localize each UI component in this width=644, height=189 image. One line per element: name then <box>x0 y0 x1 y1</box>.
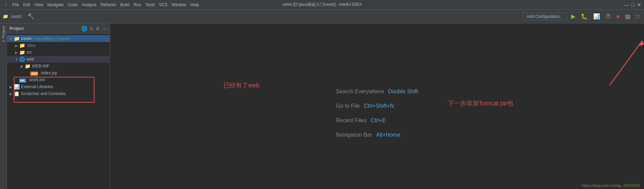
stop-button[interactable]: ■ <box>614 13 622 20</box>
shortcut-keys-recentfiles: Ctrl+E <box>371 117 386 124</box>
extlibs-icon: 📊 <box>14 84 20 90</box>
editor-area: 已经有了web 下一步添加Tomcat jar包 Search Everywhe… <box>110 23 644 189</box>
iml-file-icon: IML <box>19 77 26 83</box>
tree-label-web: web <box>26 57 34 62</box>
expand-arrow-idea[interactable]: ▶ <box>14 44 19 48</box>
shortcut-row-recentfiles: Recent Files Ctrl+E <box>336 117 418 124</box>
profile-button[interactable]: ⏱ <box>603 13 613 20</box>
expand-arrow-web[interactable]: ▼ <box>14 57 19 61</box>
sidebar-tab[interactable]: 1: Project <box>0 23 7 189</box>
tree-label-ceshi: ceshi <box>21 36 32 41</box>
bottom-url: https://blog.csdn.net/qq_44761359 <box>582 183 640 188</box>
shortcut-row-search: Search Everywhere Double Shift <box>336 88 418 95</box>
run-button[interactable]: ▶ <box>569 12 577 20</box>
shortcut-row-gotofile: Go to File Ctrl+Shift+N <box>336 103 418 109</box>
tree-label-src: src <box>26 50 32 55</box>
tree-label-indexjsp: index.jsp <box>41 71 57 75</box>
annotation-tomcat: 下一步添加Tomcat jar包 <box>448 99 513 107</box>
shortcut-label-gotofile: Go to File <box>336 103 360 109</box>
tree-item-idea[interactable]: ▶ 📁 .idea <box>7 42 110 49</box>
menu-navigate[interactable]: Navigate <box>47 2 64 7</box>
tree-item-web[interactable]: ▼ 🌐 web <box>7 56 110 63</box>
minimize-button[interactable]: — <box>624 2 629 8</box>
collapse-icon[interactable]: — <box>102 26 107 31</box>
project-folder-icon: 📁 <box>14 36 20 41</box>
webinf-folder-icon: 📁 <box>25 63 31 69</box>
tree-item-indexjsp[interactable]: JSP index.jsp <box>7 70 110 76</box>
tree-item-webinf[interactable]: ▶ 📁 WEB-INF <box>7 63 110 70</box>
web-folder-icon: 🌐 <box>19 56 25 62</box>
menu-analyze[interactable]: Analyze <box>82 2 97 7</box>
panel-header-icons: 🌐 ⇅ ⚙ — <box>81 26 107 31</box>
scope-icon[interactable]: 🌐 <box>81 26 87 31</box>
add-configuration-button[interactable]: Add Configuration... <box>522 13 568 20</box>
svg-line-0 <box>610 41 642 85</box>
menu-refactor[interactable]: Refactor <box>101 2 116 7</box>
shortcut-keys-navbar: Alt+Home <box>376 132 401 138</box>
main-layout: 1: Project Project 🌐 ⇅ ⚙ — ▼ 📁 ceshi D:\… <box>0 23 644 189</box>
idea-folder-icon: 📁 <box>19 43 25 48</box>
menu-bar: File Edit View Navigate Code Analyze Ref… <box>12 2 199 7</box>
shortcuts-container: Search Everywhere Double Shift Go to Fil… <box>336 88 418 138</box>
sort-icon[interactable]: ⇅ <box>89 26 93 31</box>
project-panel-header: Project 🌐 ⇅ ⚙ — <box>7 23 110 34</box>
expand-arrow-src[interactable]: ▶ <box>14 51 19 54</box>
expand-arrow-extlibs[interactable]: ▶ <box>8 85 14 89</box>
terminal-button[interactable]: ▤ <box>623 12 632 20</box>
expand-arrow-webinf[interactable]: ▶ <box>19 64 25 68</box>
tree-label-ceshiiml: ceshi.iml <box>29 77 45 82</box>
project-icon: 📁 <box>3 14 8 19</box>
menu-help[interactable]: Help <box>190 2 199 7</box>
src-folder-icon: 📁 <box>19 50 25 55</box>
expand-arrow-scratches[interactable]: ▶ <box>8 92 14 96</box>
toolbar: 📁 ceshi 🔨 Add Configuration... ▶ 🐛 📊 ⏱ ■… <box>0 10 644 23</box>
menu-view[interactable]: View <box>34 2 43 7</box>
shortcut-label-search: Search Everywhere <box>336 88 384 95</box>
panel-title: Project <box>10 26 24 31</box>
shortcut-keys-gotofile: Ctrl+Shift+N <box>364 103 394 109</box>
debug-button[interactable]: 🐛 <box>579 12 590 20</box>
tree-item-ceshi-root[interactable]: ▼ 📁 ceshi D:\java基础入门\ceshi <box>7 35 110 42</box>
menu-file[interactable]: File <box>12 2 19 7</box>
file-tree: ▼ 📁 ceshi D:\java基础入门\ceshi ▶ 📁 .idea ▶ … <box>7 34 110 189</box>
menu-build[interactable]: Build <box>120 2 130 7</box>
tree-item-scratches[interactable]: ▶ 📋 Scratches and Consoles <box>7 90 110 97</box>
window-controls: — □ ✕ <box>624 2 641 8</box>
menu-window[interactable]: Window <box>171 2 186 7</box>
scratches-icon: 📋 <box>14 91 20 96</box>
title-bar: I File Edit View Navigate Code Analyze R… <box>0 0 644 10</box>
red-arrow <box>575 37 644 89</box>
svg-marker-1 <box>639 41 644 46</box>
tree-item-ceshiiml[interactable]: IML ceshi.iml <box>7 76 110 83</box>
menu-vcs[interactable]: VCS <box>159 2 168 7</box>
annotation-web: 已经有了web <box>223 81 259 90</box>
menu-tools[interactable]: Tools <box>145 2 155 7</box>
tree-item-src[interactable]: ▶ 📁 src <box>7 49 110 56</box>
project-panel: Project 🌐 ⇅ ⚙ — ▼ 📁 ceshi D:\java基础入门\ce… <box>7 23 110 189</box>
shortcut-keys-search: Double Shift <box>388 88 418 95</box>
run-with-coverage-button[interactable]: 📊 <box>591 12 602 20</box>
maximize-button[interactable]: □ <box>632 2 634 8</box>
shortcut-row-navbar: Navigation Bar Alt+Home <box>336 132 418 138</box>
tree-label-idea: .idea <box>26 43 35 48</box>
tree-label-extlibs: External Libraries <box>21 84 53 89</box>
close-button[interactable]: ✕ <box>637 2 641 8</box>
expand-arrow-ceshi[interactable]: ▼ <box>8 37 14 41</box>
jsp-file-icon: JSP <box>30 70 38 76</box>
tree-item-extlibs[interactable]: ▶ 📊 External Libraries <box>7 83 110 90</box>
project-tab-label[interactable]: 1: Project <box>1 26 5 42</box>
settings-icon[interactable]: ⚙ <box>96 26 100 31</box>
menu-run[interactable]: Run <box>134 2 141 7</box>
shortcut-label-navbar: Navigation Bar <box>336 132 372 138</box>
shortcut-label-recentfiles: Recent Files <box>336 117 367 124</box>
window-title: ceshi [D:\java基础入门\ceshi] - IntelliJ IDE… <box>282 2 362 8</box>
project-name: ceshi <box>11 14 21 19</box>
layout-button[interactable]: □ <box>634 13 641 20</box>
menu-edit[interactable]: Edit <box>23 2 30 7</box>
menu-code[interactable]: Code <box>68 2 78 7</box>
tree-label-scratches: Scratches and Consoles <box>21 91 66 96</box>
tree-label-webinf: WEB-INF <box>32 64 49 69</box>
build-button[interactable]: 🔨 <box>25 12 36 20</box>
tree-path-ceshi: D:\java基础入门\ceshi <box>33 36 70 41</box>
app-icon: I <box>5 2 7 7</box>
